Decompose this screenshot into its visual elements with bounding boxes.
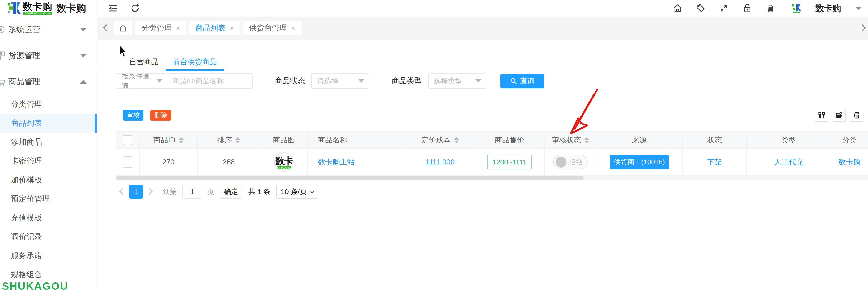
horizontal-scrollbar[interactable] xyxy=(116,176,584,180)
keyword-input[interactable] xyxy=(167,74,252,88)
lock-icon[interactable] xyxy=(742,3,752,14)
refresh-icon[interactable] xyxy=(130,3,141,14)
sidebar-group-supply[interactable]: 货源管理 xyxy=(0,42,97,69)
prev-page-button[interactable] xyxy=(120,189,125,195)
tab-category-manage[interactable]: 分类管理 × xyxy=(135,21,186,35)
tab-product-list[interactable]: 商品列表 × xyxy=(189,21,240,35)
type-filter-label: 商品类型 xyxy=(392,76,422,86)
tabs-scroll-right[interactable] xyxy=(860,25,865,31)
user-name[interactable]: 数卡购 xyxy=(815,3,841,14)
chevron-down-icon xyxy=(157,79,162,83)
print-button[interactable] xyxy=(850,109,863,122)
supply-icon xyxy=(0,51,6,60)
content-tabs: 自营商品 前台供货商品 xyxy=(122,54,224,70)
sidebar-group-system[interactable]: 系统运营 xyxy=(0,17,97,42)
tab-self-products[interactable]: 自营商品 xyxy=(122,54,165,70)
product-image[interactable]: 数卡 ShuKaGou xyxy=(274,152,293,172)
chevron-down-icon xyxy=(310,188,315,193)
sort-icon[interactable] xyxy=(454,137,459,143)
chevron-down-icon xyxy=(80,28,87,31)
close-icon[interactable]: × xyxy=(230,25,234,32)
printer-icon xyxy=(853,112,861,119)
source-badge[interactable]: 供货商：(10016) xyxy=(610,155,669,169)
collapse-sidebar-icon[interactable] xyxy=(107,3,118,14)
status-select[interactable]: 请选择 xyxy=(311,74,369,89)
app-title: 数卡购 xyxy=(56,2,86,15)
page-size-select[interactable]: 10 条/页 xyxy=(277,185,318,199)
tab-supplier-manage[interactable]: 供货商管理 × xyxy=(243,21,302,35)
delete-button[interactable]: 删除 xyxy=(150,110,171,121)
brand-wordmark-text: 数卡购 xyxy=(23,2,53,11)
sidebar-item-preset-price[interactable]: 预定价管理 xyxy=(0,189,97,208)
cell-cost[interactable]: 1111.000 xyxy=(406,149,474,175)
type-select-placeholder: 选择类型 xyxy=(434,76,462,86)
home-icon[interactable] xyxy=(672,3,683,14)
columns-filter-button[interactable] xyxy=(815,109,828,122)
avatar[interactable] xyxy=(791,3,802,14)
trash-icon[interactable] xyxy=(765,3,776,14)
sort-icon[interactable] xyxy=(235,137,240,143)
audit-status-label: 拒绝 xyxy=(569,157,583,167)
current-page-button[interactable]: 1 xyxy=(129,185,143,199)
header-product-id[interactable]: 商品ID xyxy=(140,132,198,148)
header-category: 分类 xyxy=(831,132,868,148)
sidebar-item-recharge-template[interactable]: 充值模板 xyxy=(0,208,97,227)
sort-icon[interactable] xyxy=(584,137,589,143)
cell-category[interactable]: 数卡购 xyxy=(831,149,868,175)
tab-home[interactable] xyxy=(114,21,132,35)
home-icon xyxy=(119,24,127,33)
fullscreen-icon[interactable] xyxy=(718,3,730,14)
header-label: 商品售价 xyxy=(495,135,524,145)
tab-label: 商品列表 xyxy=(195,23,226,33)
close-icon[interactable]: × xyxy=(291,25,296,32)
header-label: 审核状态 xyxy=(552,135,581,145)
goto-confirm-button[interactable]: 确定 xyxy=(220,185,242,199)
search-button[interactable]: 查询 xyxy=(500,74,544,88)
sidebar-item-category-manage[interactable]: 分类管理 xyxy=(0,95,97,114)
products-table: 商品ID 排序 商品图 商品名称 定价成本 商品售价 xyxy=(116,131,868,176)
type-select[interactable]: 选择类型 xyxy=(428,74,486,89)
user-menu-caret-icon[interactable] xyxy=(855,7,861,10)
sidebar-item-markup-template[interactable]: 加价模板 xyxy=(0,170,97,189)
header-cost[interactable]: 定价成本 xyxy=(406,132,474,148)
export-button[interactable] xyxy=(833,109,846,122)
brand-logo-icon xyxy=(7,1,21,15)
cell-product-image: 数卡 ShuKaGou xyxy=(260,149,308,175)
tabs-scroll-left[interactable] xyxy=(104,25,109,31)
sidebar-item-service-promise[interactable]: 服务承诺 xyxy=(0,246,97,265)
sidebar-item-card-key-manage[interactable]: 卡密管理 xyxy=(0,151,97,170)
header-sort[interactable]: 排序 xyxy=(198,132,260,148)
sidebar: 数卡购 ShuKaGou.Com 数卡购 系统运营 货源管理 商品管理 xyxy=(0,0,97,293)
tag-icon[interactable] xyxy=(695,3,706,14)
footer-brand: SHUKAGOU xyxy=(2,280,68,292)
row-checkbox[interactable] xyxy=(123,156,132,168)
close-icon[interactable]: × xyxy=(176,25,180,32)
condition-select[interactable]: 按条件查询 xyxy=(116,74,167,88)
header-audit-status[interactable]: 审核状态 xyxy=(545,132,596,148)
sidebar-item-price-adjust-log[interactable]: 调价记录 xyxy=(0,227,97,246)
header-label: 分类 xyxy=(842,135,857,145)
audit-button[interactable]: 审核 xyxy=(123,110,143,121)
price-range-box[interactable]: 1200~1111 xyxy=(487,155,532,170)
logo[interactable]: 数卡购 ShuKaGou.Com 数卡购 xyxy=(0,0,97,17)
cell-sort: 268 xyxy=(198,149,260,175)
select-all-checkbox[interactable] xyxy=(123,135,132,145)
sidebar-menu: 系统运营 货源管理 商品管理 分类管理 商品列表 添加商品 卡密管理 加价模板 … xyxy=(0,17,97,284)
sidebar-item-product-list[interactable]: 商品列表 xyxy=(0,114,97,133)
header-label: 类型 xyxy=(781,135,796,145)
cell-status[interactable]: 下架 xyxy=(683,149,747,175)
tab-front-supply-products[interactable]: 前台供货商品 xyxy=(165,54,224,70)
cell-product-id: 270 xyxy=(140,149,198,175)
cell-type[interactable]: 人工代充 xyxy=(747,149,831,175)
export-icon xyxy=(835,112,843,119)
audit-toggle[interactable]: 拒绝 xyxy=(553,155,588,170)
next-page-button[interactable] xyxy=(147,189,152,195)
cell-product-name[interactable]: 数卡购主站 xyxy=(308,149,406,175)
sort-icon[interactable] xyxy=(179,137,184,143)
cell-price: 1200~1111 xyxy=(474,149,545,175)
goto-page-input[interactable] xyxy=(182,185,202,199)
main-content: 自营商品 前台供货商品 按条件查询 商品状态 请选择 商品类型 xyxy=(97,40,868,293)
divider xyxy=(97,69,868,70)
sidebar-item-add-product[interactable]: 添加商品 xyxy=(0,133,97,151)
sidebar-group-product[interactable]: 商品管理 xyxy=(0,69,97,95)
